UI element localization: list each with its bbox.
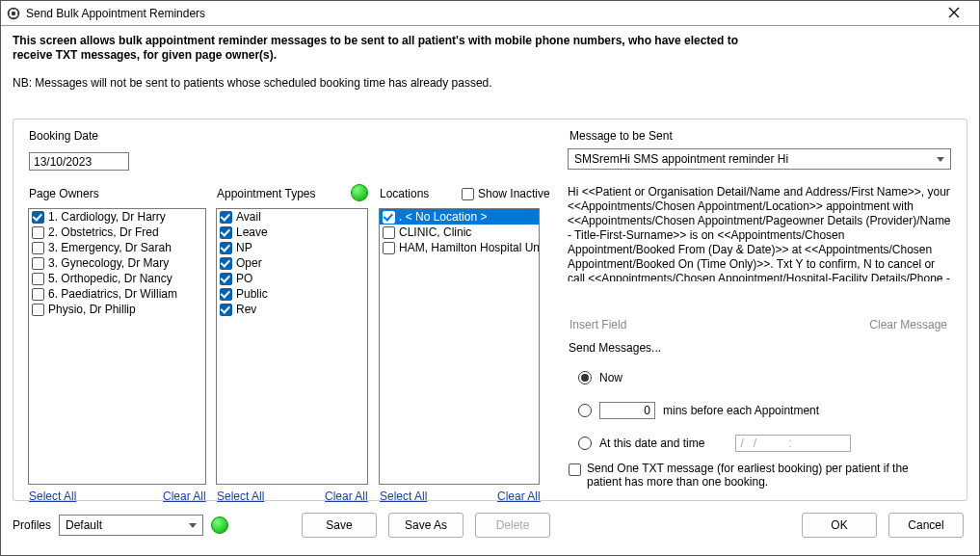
list-item[interactable]: Oper [217, 255, 367, 271]
list-item-label: 2. Obstetrics, Dr Fred [48, 225, 159, 239]
list-item-label: . < No Location > [399, 210, 487, 224]
at-datetime-input[interactable] [735, 435, 851, 452]
list-item[interactable]: NP [217, 240, 367, 255]
list-item-label: 3. Gynecology, Dr Mary [48, 256, 169, 270]
footer: Profiles Default Save Save As Delete OK … [1, 501, 979, 555]
list-item[interactable]: 5. Orthopedic, Dr Nancy [29, 271, 205, 286]
locations-label: Locations [380, 187, 429, 200]
list-item-checkbox[interactable] [32, 273, 44, 285]
list-item-checkbox[interactable] [220, 288, 232, 301]
list-item-label: NP [236, 241, 252, 254]
list-item[interactable]: Public [217, 286, 367, 302]
list-item[interactable]: Physio, Dr Phillip [29, 302, 205, 317]
list-item-checkbox[interactable] [383, 242, 395, 254]
message-body-textarea[interactable]: Hi <<Patient or Organisation Detail/Name… [568, 185, 951, 281]
list-item-checkbox[interactable] [32, 257, 44, 270]
intro-text-bold-line2: receive TXT messages, for given page own… [13, 48, 967, 63]
send-messages-section: Send Messages... Now mins before each Ap… [569, 341, 951, 466]
list-item[interactable]: 2. Obstetrics, Dr Fred [29, 225, 205, 240]
cancel-button[interactable]: Cancel [888, 513, 964, 538]
ok-button[interactable]: OK [802, 513, 877, 538]
delete-button[interactable]: Delete [475, 513, 550, 538]
send-now-option[interactable]: Now [578, 368, 951, 387]
list-item[interactable]: 3. Gynecology, Dr Mary [29, 255, 205, 271]
locations-listbox[interactable]: . < No Location >CLINIC, ClinicHAM, Hami… [379, 208, 540, 485]
list-item-checkbox[interactable] [32, 304, 44, 316]
list-item-checkbox[interactable] [220, 304, 232, 316]
list-item-label: 3. Emergency, Dr Sarah [48, 241, 172, 254]
list-item[interactable]: 6. Paediatrics, Dr William [29, 286, 205, 302]
send-one-txt-checkbox[interactable] [569, 463, 581, 476]
profiles-add-button[interactable] [211, 516, 228, 534]
radio-at-datetime[interactable] [578, 437, 592, 450]
list-item-label: HAM, Hamilton Hospital Unit [399, 241, 540, 254]
window-title: Send Bulk Appointment Reminders [26, 7, 935, 20]
list-item-label: PO [236, 272, 252, 285]
radio-now-label: Now [599, 371, 622, 384]
booking-date-input[interactable] [29, 152, 129, 171]
list-item-checkbox[interactable] [220, 211, 232, 224]
list-item-checkbox[interactable] [383, 226, 395, 239]
svg-point-1 [12, 11, 15, 14]
show-inactive-check[interactable] [462, 188, 474, 200]
send-at-datetime-option[interactable]: At this date and time [578, 434, 951, 453]
list-item-checkbox[interactable] [32, 242, 44, 254]
list-item[interactable]: 1. Cardiology, Dr Harry [29, 209, 205, 225]
window: Send Bulk Appointment Reminders This scr… [0, 0, 980, 556]
list-item[interactable]: HAM, Hamilton Hospital Unit [380, 240, 539, 255]
page-owners-label: Page Owners [29, 187, 99, 200]
mins-before-input[interactable] [599, 402, 655, 419]
list-item-checkbox[interactable] [220, 257, 232, 270]
list-item-checkbox[interactable] [220, 273, 232, 285]
profiles-selected: Default [66, 518, 102, 532]
dialog-body: This screen allows bulk appointment remi… [1, 26, 979, 555]
profiles-select[interactable]: Default [59, 515, 203, 536]
send-messages-label: Send Messages... [569, 341, 951, 355]
profiles-label: Profiles [13, 518, 51, 532]
send-mins-before-option[interactable]: mins before each Appointment [578, 401, 951, 420]
list-item-label: 6. Paediatrics, Dr William [48, 287, 177, 301]
save-button[interactable]: Save [302, 513, 377, 538]
send-one-txt-option[interactable]: Send One TXT message (for earliest booki… [569, 462, 943, 489]
close-button[interactable] [935, 6, 973, 21]
list-item[interactable]: CLINIC, Clinic [380, 225, 539, 240]
save-as-button[interactable]: Save As [388, 513, 464, 538]
list-item-checkbox[interactable] [220, 242, 232, 254]
list-item[interactable]: Rev [217, 302, 367, 317]
list-item[interactable]: 3. Emergency, Dr Sarah [29, 240, 205, 255]
insert-field-link[interactable]: Insert Field [569, 318, 626, 331]
appointment-types-listbox[interactable]: AvailLeaveNPOperPOPublicRev [216, 208, 368, 485]
list-item[interactable]: . < No Location > [380, 209, 539, 225]
message-template-select[interactable]: SMSremHi SMS appointment reminder Hi [568, 148, 951, 170]
radio-mins-before[interactable] [578, 404, 592, 417]
booking-date-label: Booking Date [29, 129, 98, 143]
list-item[interactable]: Avail [217, 209, 367, 225]
list-item-label: 5. Orthopedic, Dr Nancy [48, 272, 172, 285]
app-icon [7, 7, 20, 20]
show-inactive-checkbox[interactable]: Show Inactive [462, 187, 550, 200]
intro-text-nb: NB: Messages will not be sent to patient… [13, 76, 967, 90]
intro-text-bold-line1: This screen allows bulk appointment remi… [13, 34, 967, 48]
show-inactive-label: Show Inactive [478, 187, 550, 200]
list-item-label: Rev [236, 303, 256, 316]
page-owners-listbox[interactable]: 1. Cardiology, Dr Harry2. Obstetrics, Dr… [28, 208, 206, 485]
list-item[interactable]: PO [217, 271, 367, 286]
message-template-selected: SMSremHi SMS appointment reminder Hi [574, 152, 788, 166]
list-item-label: 1. Cardiology, Dr Harry [48, 210, 166, 224]
radio-now[interactable] [578, 371, 592, 384]
list-item-checkbox[interactable] [383, 211, 395, 224]
clear-message-link[interactable]: Clear Message [869, 318, 947, 331]
list-item-checkbox[interactable] [32, 288, 44, 301]
mins-before-suffix: mins before each Appointment [663, 404, 819, 417]
list-item-label: Public [236, 287, 268, 301]
list-item-label: Avail [236, 210, 261, 224]
radio-at-label: At this date and time [599, 437, 704, 450]
appointment-types-add-button[interactable] [351, 184, 368, 201]
list-item-checkbox[interactable] [32, 211, 44, 224]
main-panel: Booking Date Page Owners Appointment Typ… [13, 119, 967, 501]
message-label: Message to be Sent [569, 129, 673, 143]
list-item-checkbox[interactable] [32, 226, 44, 239]
list-item-label: CLINIC, Clinic [399, 225, 471, 239]
list-item-checkbox[interactable] [220, 226, 232, 239]
list-item[interactable]: Leave [217, 225, 367, 240]
